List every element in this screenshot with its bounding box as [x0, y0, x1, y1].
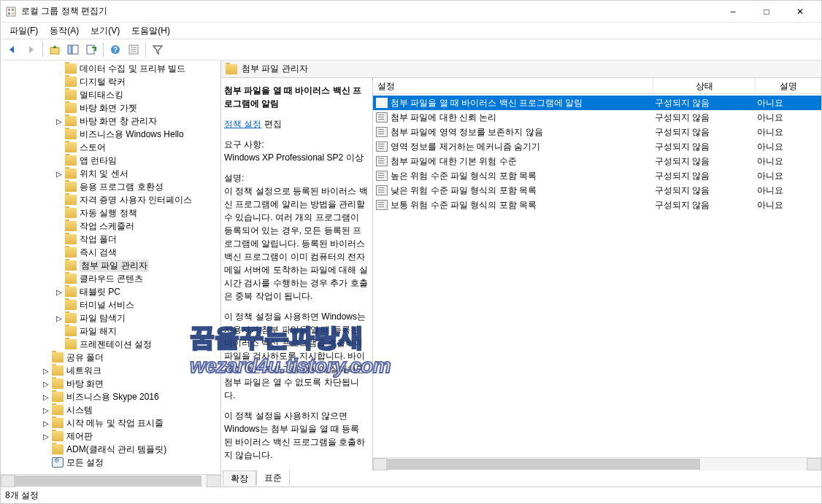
- list-row[interactable]: 첨부 파일에 영역 정보를 보존하지 않음구성되지 않음아니요: [373, 125, 821, 139]
- tree-node-label: 터미널 서비스: [80, 299, 134, 311]
- list-row[interactable]: 첨부 파일에 대한 신뢰 논리구성되지 않음아니요: [373, 110, 821, 125]
- tree-node[interactable]: ▷비즈니스용 Skype 2016: [1, 390, 220, 403]
- tree-node[interactable]: 데이터 수집 및 프리뷰 빌드: [1, 62, 220, 75]
- expand-icon[interactable]: ▷: [40, 430, 52, 442]
- tree-node[interactable]: 공유 폴더: [1, 351, 220, 364]
- tree-node[interactable]: 자동 실행 정책: [1, 206, 220, 220]
- expand-icon[interactable]: ▷: [40, 378, 52, 389]
- column-comment[interactable]: 설명: [756, 78, 821, 93]
- properties-button[interactable]: [125, 41, 142, 58]
- tree-node[interactable]: ▷위치 및 센서: [1, 167, 220, 180]
- expand-icon[interactable]: ▷: [53, 312, 65, 324]
- close-button[interactable]: ✕: [783, 1, 817, 23]
- tree-node[interactable]: 바탕 화면 가젯: [1, 101, 220, 115]
- help-button[interactable]: ?: [107, 41, 124, 58]
- tree-node-label: 디지털 락커: [80, 76, 126, 88]
- menu-help[interactable]: 도움말(H): [126, 23, 176, 39]
- menu-action[interactable]: 동작(A): [44, 23, 85, 39]
- list-row[interactable]: 영역 정보를 제거하는 메커니즘 숨기기구성되지 않음아니요: [373, 139, 821, 154]
- list-row[interactable]: 첨부 파일을 열 때 바이러스 백신 프로그램에 알림구성되지 않음아니요: [373, 96, 821, 110]
- maximize-button[interactable]: □: [750, 1, 783, 23]
- list-row[interactable]: 높은 위험 수준 파일 형식의 포함 목록구성되지 않음아니요: [373, 168, 821, 183]
- expand-icon[interactable]: ▷: [40, 365, 52, 376]
- setting-name: 첨부 파일에 대한 신뢰 논리: [391, 112, 650, 124]
- tree-node[interactable]: ADM(클래식 관리 템플릿): [1, 443, 220, 456]
- description-body-3: 이 정책 설정을 사용하지 않으면 Windows는 첨부 파일을 열 때 등록…: [224, 409, 368, 462]
- show-hide-tree-button[interactable]: [64, 41, 82, 58]
- svg-rect-7: [72, 45, 78, 54]
- tree-node-label: 바탕 화면 가젯: [80, 102, 137, 115]
- policy-icon: [376, 171, 388, 181]
- list-row[interactable]: 보통 위험 수준 파일 형식의 포함 목록구성되지 않음아니요: [373, 198, 821, 212]
- expand-icon[interactable]: ▷: [53, 168, 65, 179]
- setting-comment: 아니요: [753, 126, 818, 139]
- expand-icon[interactable]: ▷: [40, 417, 52, 429]
- setting-comment: 아니요: [753, 141, 818, 153]
- forward-button[interactable]: [22, 41, 39, 58]
- tree-node[interactable]: 디지털 락커: [1, 75, 220, 88]
- tree-horizontal-scrollbar[interactable]: [1, 474, 221, 487]
- tree-node[interactable]: ▷바탕 화면 창 관리자: [1, 115, 220, 128]
- horizontal-scrollbar[interactable]: [373, 457, 821, 470]
- tree-node[interactable]: ▷네트워크: [1, 364, 220, 377]
- folder-icon: [65, 234, 77, 244]
- policy-icon: [376, 112, 388, 123]
- folder-icon: [65, 155, 77, 166]
- expand-icon[interactable]: ▷: [40, 404, 52, 416]
- tree-node[interactable]: 멀티태스킹: [1, 88, 220, 101]
- tree-node[interactable]: ▷태블릿 PC: [1, 285, 220, 298]
- svg-rect-5: [50, 47, 59, 54]
- tree-node[interactable]: ▷파일 탐색기: [1, 311, 220, 325]
- setting-state: 구성되지 않음: [650, 170, 753, 182]
- tree-node[interactable]: ▷제어판: [1, 430, 220, 443]
- minimize-button[interactable]: –: [716, 1, 750, 23]
- tree-node[interactable]: 작업 폴더: [1, 233, 220, 246]
- tab-extended[interactable]: 확장: [223, 470, 256, 486]
- tree-pane[interactable]: 데이터 수집 및 프리뷰 빌드디지털 락커멀티태스킹바탕 화면 가젯▷바탕 화면…: [1, 61, 221, 486]
- filter-button[interactable]: [149, 41, 166, 58]
- tree-node[interactable]: 응용 프로그램 호환성: [1, 180, 220, 193]
- policy-icon: [376, 185, 388, 195]
- export-list-button[interactable]: [82, 41, 100, 58]
- setting-name: 보통 위험 수준 파일 형식의 포함 목록: [391, 199, 650, 212]
- tree-node[interactable]: 파일 해지: [1, 325, 220, 338]
- tree-node[interactable]: 비즈니스용 Windows Hello: [1, 128, 220, 141]
- tree-node[interactable]: 터미널 서비스: [1, 298, 220, 311]
- tree-node[interactable]: ▷바탕 화면: [1, 377, 220, 390]
- setting-state: 구성되지 않음: [650, 126, 753, 139]
- back-button[interactable]: [4, 41, 21, 58]
- list-row[interactable]: 낮은 위험 수준 파일 형식의 포함 목록구성되지 않음아니요: [373, 183, 821, 198]
- toolbar: ?: [1, 39, 821, 61]
- menu-view[interactable]: 보기(V): [85, 23, 126, 39]
- tree-node-label: 클라우드 콘텐츠: [80, 273, 143, 285]
- settings-icon: [52, 457, 64, 468]
- tree-node[interactable]: 스토어: [1, 141, 220, 154]
- column-setting[interactable]: 설정: [373, 78, 653, 93]
- tree-node[interactable]: 클라우드 콘텐츠: [1, 272, 220, 285]
- tree-node[interactable]: 앱 런타임: [1, 154, 220, 167]
- tree-node[interactable]: ▷시스템: [1, 403, 220, 416]
- list-row[interactable]: 첨부 파일에 대한 기본 위험 수준구성되지 않음아니요: [373, 154, 821, 168]
- folder-icon: [65, 90, 77, 100]
- tree-node[interactable]: 모든 설정: [1, 456, 220, 469]
- expand-icon[interactable]: ▷: [40, 391, 52, 403]
- policy-settings-link[interactable]: 정책 설정: [224, 119, 261, 129]
- tree-node[interactable]: 즉시 검색: [1, 246, 220, 259]
- tree-node[interactable]: 프레젠테이션 설정: [1, 338, 220, 351]
- tree-node-label: 제어판: [66, 430, 93, 443]
- settings-list[interactable]: 첨부 파일을 열 때 바이러스 백신 프로그램에 알림구성되지 않음아니요첨부 …: [373, 94, 821, 457]
- description-label: 설명:: [224, 173, 244, 183]
- tree-node[interactable]: 작업 스케줄러: [1, 220, 220, 233]
- up-button[interactable]: [46, 41, 64, 58]
- expand-icon[interactable]: ▷: [53, 115, 65, 127]
- column-state[interactable]: 상태: [653, 78, 756, 93]
- menu-file[interactable]: 파일(F): [4, 23, 44, 39]
- tab-standard[interactable]: 표준: [256, 470, 290, 486]
- tree-node[interactable]: ▷시작 메뉴 및 작업 표시줄: [1, 416, 220, 430]
- expand-icon[interactable]: ▷: [53, 286, 65, 298]
- menubar: 파일(F) 동작(A) 보기(V) 도움말(H): [1, 23, 821, 39]
- setting-name: 영역 정보를 제거하는 메커니즘 숨기기: [391, 141, 650, 153]
- description-pane: 첨부 파일을 열 때 바이러스 백신 프로그램에 알림 정책 설정 편집 요구 …: [221, 78, 373, 470]
- tree-node[interactable]: 자격 증명 사용자 인터페이스: [1, 193, 220, 206]
- tree-node[interactable]: 첨부 파일 관리자: [1, 259, 220, 272]
